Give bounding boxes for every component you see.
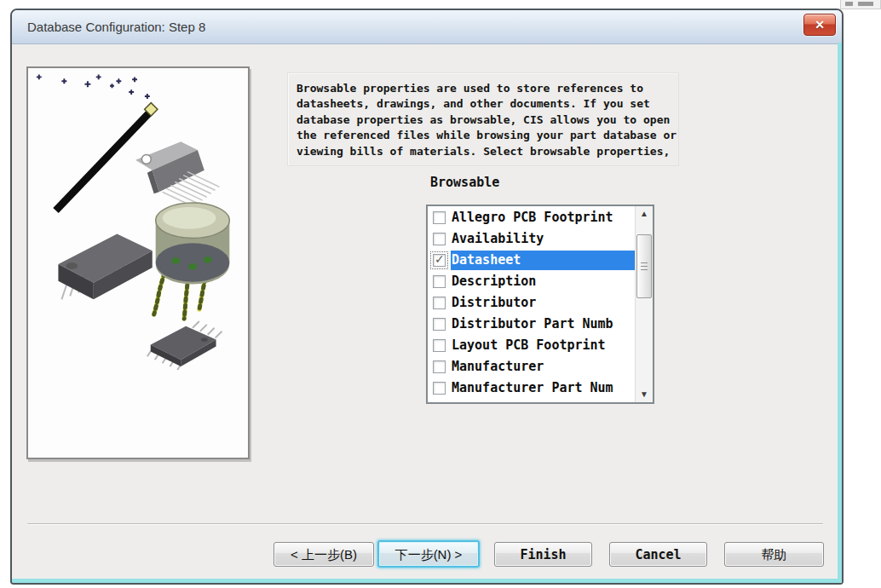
checkbox[interactable] (430, 209, 448, 227)
help-button[interactable]: 帮助 (724, 542, 824, 567)
to220-component (135, 141, 219, 207)
list-item[interactable]: Manufacturer (428, 356, 635, 378)
wizard-illustration-panel (26, 66, 250, 459)
titlebar[interactable]: Database Configuration: Step 8 ✕ (12, 10, 842, 44)
finish-button[interactable]: Finish (494, 542, 592, 567)
aero-frame-bottom (12, 579, 842, 583)
sparkles (37, 74, 150, 99)
next-button[interactable]: 下一步(N) > (377, 540, 480, 568)
description-text-block: Browsable properties are used to store r… (287, 72, 679, 166)
list-scrollbar[interactable]: ▲ ▼ (635, 206, 653, 402)
list-item-selected[interactable]: ✓ Datasheet (428, 250, 635, 271)
cancel-button[interactable]: Cancel (609, 542, 707, 567)
list-item[interactable]: Description (428, 271, 635, 292)
checkbox[interactable] (430, 337, 448, 355)
can-transistor-component (154, 203, 230, 319)
description-line: database properties as browsable, CIS al… (297, 112, 678, 128)
scroll-up-icon[interactable]: ▲ (636, 206, 653, 222)
background-window-fragment (840, 0, 881, 9)
checkbox[interactable] (430, 230, 448, 248)
fragment-glyph (845, 2, 853, 6)
check-icon: ✓ (435, 252, 445, 266)
soic-chip-component (147, 321, 222, 370)
list-item-label: Distributor Part Numb (451, 314, 614, 334)
list-item[interactable]: Layout PCB Footprint (428, 335, 635, 356)
browsable-label: Browsable (430, 175, 499, 190)
browsable-properties-list[interactable]: Allegro PCB Footprint Availability ✓ Dat… (426, 205, 654, 404)
scrollbar-thumb[interactable] (636, 234, 652, 298)
description-line: the referenced files while browsing your… (297, 128, 678, 143)
back-button[interactable]: < 上一步(B) (274, 542, 374, 567)
description-line: datasheets, drawings, and other document… (297, 96, 678, 112)
checkbox[interactable] (430, 294, 448, 312)
dialog-title: Database Configuration: Step 8 (27, 10, 205, 44)
checkbox-checked[interactable]: ✓ (430, 251, 448, 269)
list-item-label: Description (451, 272, 537, 291)
list-item-label: Allegro PCB Footprint (451, 208, 614, 228)
list-item-label: Manufacturer Part Num (451, 378, 614, 398)
list-item-label: Availability (451, 229, 544, 249)
list-item[interactable]: Allegro PCB Footprint (428, 207, 635, 228)
list-item[interactable]: Distributor (428, 292, 635, 314)
close-icon[interactable]: ✕ (803, 14, 836, 36)
checkbox[interactable] (430, 358, 448, 376)
aero-frame-right (838, 43, 842, 583)
scroll-down-icon[interactable]: ▼ (636, 387, 653, 402)
list-item[interactable]: Availability (428, 228, 635, 250)
description-line: Browsable properties are used to store r… (297, 81, 678, 96)
dip-chip-component (58, 234, 152, 300)
list-item-label: Layout PCB Footprint (451, 336, 607, 355)
fragment-glyph (858, 2, 873, 6)
checkbox[interactable] (430, 379, 448, 397)
database-configuration-dialog: Database Configuration: Step 8 ✕ (10, 9, 844, 585)
components-illustration (28, 68, 248, 458)
list-item[interactable]: Manufacturer Part Num (428, 378, 635, 399)
list-item[interactable]: Distributor Part Numb (428, 314, 635, 335)
checkbox[interactable] (430, 273, 448, 291)
description-line: viewing bills of materials. Select brows… (297, 144, 678, 159)
list-item-label: Manufacturer (451, 357, 544, 377)
checkbox[interactable] (430, 315, 448, 333)
button-row-separator (27, 523, 823, 525)
list-item-label: Distributor (451, 293, 537, 313)
list-item-label: Datasheet (451, 251, 635, 270)
